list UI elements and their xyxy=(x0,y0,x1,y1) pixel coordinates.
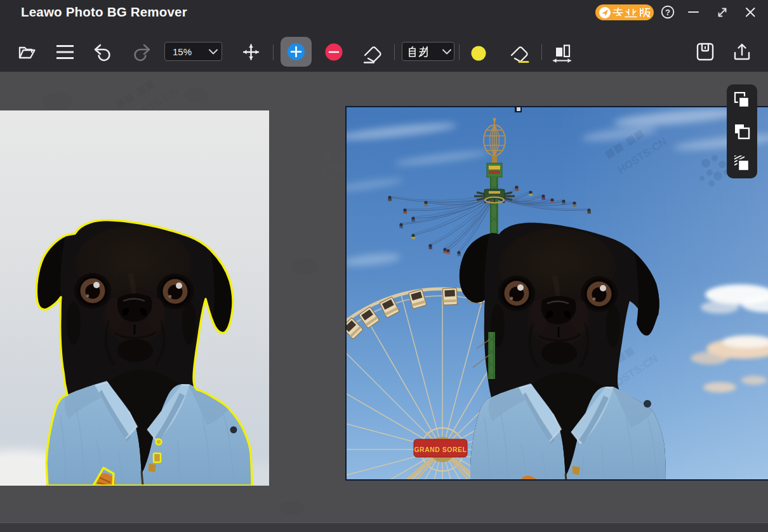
svg-text:?: ? xyxy=(665,8,670,17)
svg-text:GRAND SOREL: GRAND SOREL xyxy=(414,446,467,453)
